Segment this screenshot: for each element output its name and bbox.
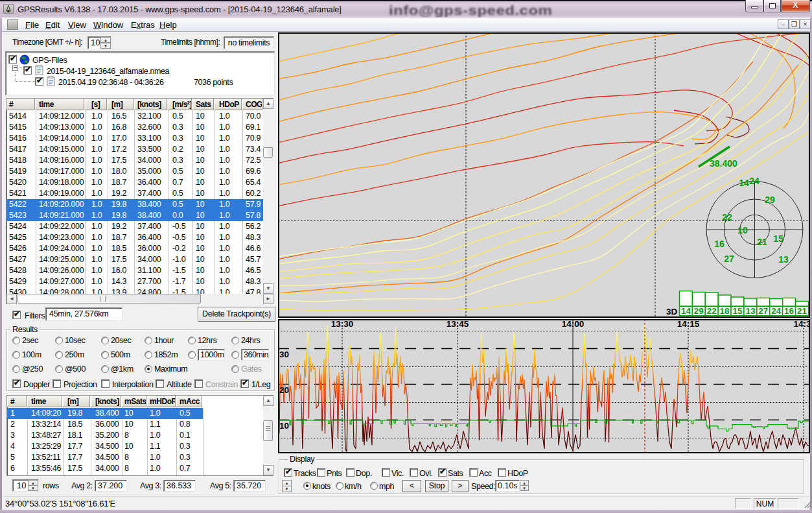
svg-text:24: 24 [749, 176, 760, 186]
svg-text:21: 21 [757, 237, 767, 247]
svg-text:15: 15 [773, 233, 783, 244]
svg-text:13:30: 13:30 [331, 319, 354, 329]
svg-text:10: 10 [279, 421, 289, 431]
svg-text:18: 18 [720, 306, 730, 316]
svg-text:27: 27 [724, 254, 734, 264]
svg-text:22: 22 [722, 212, 732, 222]
svg-text:29: 29 [765, 195, 775, 205]
svg-text:14: 14 [681, 306, 691, 316]
svg-text:13: 13 [778, 254, 789, 265]
svg-text:16: 16 [784, 306, 795, 316]
svg-text:22: 22 [707, 306, 717, 316]
svg-text:14:00: 14:00 [562, 319, 585, 329]
svg-text:14:3: 14:3 [793, 319, 810, 329]
svg-text:3D: 3D [666, 307, 678, 316]
svg-text:10: 10 [737, 225, 748, 235]
svg-text:14:15: 14:15 [677, 319, 700, 329]
svg-text:30: 30 [279, 350, 289, 359]
svg-text:24: 24 [771, 306, 782, 316]
svg-text:27: 27 [758, 306, 768, 316]
svg-text:16: 16 [714, 239, 725, 249]
svg-text:13:45: 13:45 [447, 319, 469, 329]
svg-text:15: 15 [732, 306, 743, 316]
svg-text:29: 29 [694, 306, 704, 316]
svg-text:20: 20 [279, 385, 289, 395]
svg-text:21: 21 [797, 306, 807, 316]
svg-text:14: 14 [739, 178, 749, 188]
svg-text:13: 13 [745, 306, 756, 316]
svg-text:38.400: 38.400 [710, 158, 737, 169]
